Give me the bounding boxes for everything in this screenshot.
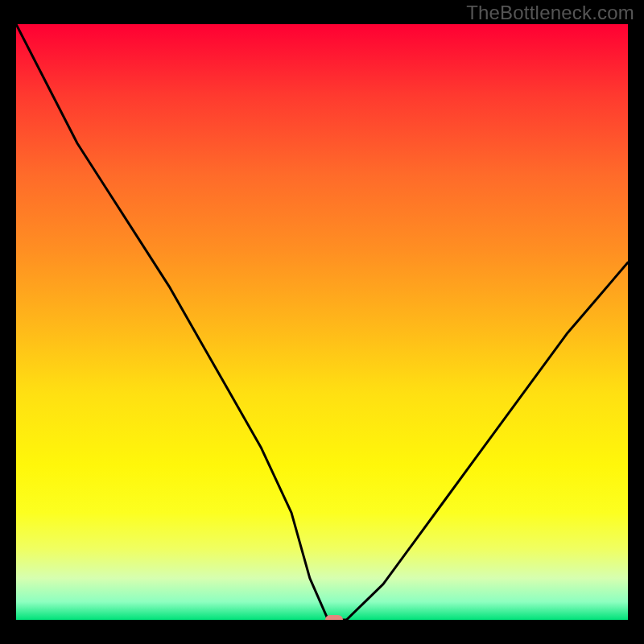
watermark-text: TheBottleneck.com: [466, 2, 634, 24]
optimal-marker: [325, 615, 343, 620]
bottleneck-curve: [16, 24, 628, 620]
chart-frame: TheBottleneck.com: [0, 0, 644, 644]
plot-area: [16, 24, 628, 620]
